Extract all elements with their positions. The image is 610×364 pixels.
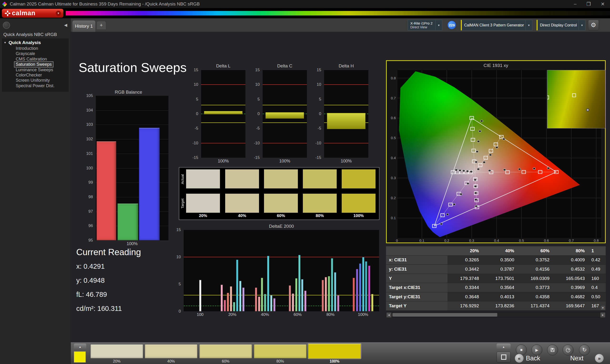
rgb-ytick-label: 103 [86, 122, 93, 127]
pattern-panel-expand-button[interactable]: ▲ [74, 343, 86, 350]
table-scroll-down-button[interactable]: ▼ [600, 305, 605, 310]
stop-pattern-button[interactable] [497, 351, 511, 363]
sidebar-item-spectral-power-dist-[interactable]: Spectral Power Dist. [2, 83, 69, 88]
current-reading-value: fL: 46.789 [76, 291, 122, 299]
pattern-swatch-label: 100% [308, 359, 361, 364]
ytick-label: 0 [196, 112, 198, 116]
xtick-label: 100% [356, 312, 370, 317]
next-button[interactable]: Next [570, 354, 584, 363]
sidebar-item-grayscale[interactable]: Grayscale [2, 51, 69, 56]
pattern-swatch-label: 60% [199, 359, 252, 364]
pattern-generator-dropdown[interactable]: CalMAN Client 3 Pattern Generator ▼ [461, 20, 532, 30]
table-cell: 0.3344 [447, 285, 483, 290]
deltae-bar [242, 287, 245, 311]
swatch-col-label: 20% [186, 213, 220, 218]
next-chevron-icon[interactable]: » [595, 354, 604, 363]
deltae-bar [295, 278, 297, 311]
deltae-bar [328, 276, 330, 311]
save-button[interactable] [547, 344, 558, 355]
back-chevron-icon[interactable]: « [515, 354, 524, 363]
sidebar-collapse-icon[interactable]: ◀ [64, 23, 67, 28]
sidebar-home-button[interactable] [3, 22, 10, 29]
sidebar-item-screen-uniformity[interactable]: Screen Uniformity [2, 78, 69, 83]
xtick-label: 20% [225, 312, 239, 317]
xtick-label: 40% [258, 312, 272, 317]
sidebar-item-saturation-sweeps[interactable]: Saturation Sweeps [14, 62, 53, 67]
ytick-label: 5 [196, 97, 198, 102]
cie-measured-point [547, 167, 550, 169]
cie-measured-point [460, 193, 462, 195]
sidebar-item-luminance-sweeps[interactable]: Luminance Sweeps [2, 67, 69, 72]
sidebar-item-cms-calibration[interactable]: CMS Calibration [2, 56, 69, 62]
tab-history-1[interactable]: History 1 [72, 21, 95, 32]
ytick-label: -5 [195, 126, 198, 131]
cie-measured-point [466, 170, 469, 172]
cie-measured-point [533, 168, 535, 169]
pattern-swatch-20%[interactable] [90, 344, 143, 359]
window-title: Calman 2025 Calman Ultimate for Business… [10, 1, 200, 7]
cie-xtick-label: 0.1 [417, 238, 427, 243]
settings-button[interactable]: ⚙ [588, 20, 599, 30]
delta-h-x-label: 100% [324, 159, 368, 164]
row-label-target: Target [180, 194, 185, 213]
scrollbar-thumb[interactable] [392, 313, 497, 317]
rgb-balance-title: RGB Balance [88, 90, 169, 95]
logo-menu-caret-icon[interactable]: ▼ [56, 11, 61, 16]
transport-expand-button[interactable]: ▲ [497, 343, 511, 350]
deltae-bar [289, 286, 291, 311]
maximize-button[interactable]: ❐ [586, 1, 591, 7]
current-pattern-swatch[interactable] [74, 351, 86, 363]
deltae-bar [337, 295, 339, 311]
table-horizontal-scrollbar[interactable]: ◄ ► [386, 312, 606, 317]
table-cell: 0.50 [589, 294, 606, 299]
table-row: Target y:CIE310.36480.40130.43580.46820.… [386, 292, 606, 302]
measurement-count-badge[interactable]: 229 [447, 21, 456, 29]
pattern-swatch-80%[interactable] [254, 344, 307, 359]
deltae-bar [224, 300, 226, 311]
table-cell: 0.3265 [447, 257, 483, 262]
deltae-bar [325, 277, 327, 311]
minimize-button[interactable]: – [574, 1, 576, 7]
scroll-right-button[interactable]: ► [600, 312, 606, 318]
sidebar-item-introduction[interactable]: Introduction [2, 46, 69, 51]
cie-ytick-label: 0.3 [391, 176, 396, 180]
pattern-swatch-60%[interactable] [199, 344, 252, 359]
tab-bar: History 1 + X-Rite i1Pro 2 Direct View ▼… [0, 18, 610, 32]
sidebar-item-colorchecker[interactable]: ColorChecker [2, 72, 69, 78]
swatch-actual-80% [303, 169, 337, 188]
display-control-dropdown[interactable]: Direct Display Control ▼ [537, 20, 585, 30]
cie-xtick-label: 0.3 [467, 238, 477, 243]
table-cell: 0.49 [589, 267, 606, 272]
limit-line-red [324, 143, 368, 143]
row-label-actual: Actual [180, 170, 185, 188]
table-row: Target Y176.9292173.8236171.4374169.5647… [386, 301, 606, 311]
calman-logo-button[interactable]: calman ▼ [2, 9, 63, 18]
current-reading-heading: Current Reading [76, 247, 141, 257]
tree-root-quick-analysis[interactable]: ▾ Quick Analysis [2, 39, 69, 46]
deltae-bar [356, 269, 358, 311]
ytick-label: 15 [317, 68, 321, 72]
ytick-label: 0 [319, 112, 321, 116]
swatch-actual-40% [225, 169, 259, 188]
add-tab-button[interactable]: + [97, 21, 106, 29]
scroll-left-button[interactable]: ◄ [386, 312, 391, 318]
column-header: 80% [553, 248, 589, 253]
limit-line-yellow [201, 122, 246, 123]
deltae-bar [304, 291, 306, 311]
close-button[interactable]: ✕ [601, 1, 605, 7]
deltae-bar [227, 293, 229, 311]
workflow-tree: ▾ Quick Analysis IntroductionGrayscaleCM… [2, 38, 69, 92]
cie-1931-panel: CIE 1931 xy 0.10.20.30.40.50.60.70.8 [386, 60, 606, 243]
frame-icon [501, 354, 506, 360]
meter-dropdown[interactable]: X-Rite i1Pro 2 Direct View ▼ [408, 20, 442, 30]
deltae-bar [292, 294, 294, 311]
current-reading-values: x: 0.4291y: 0.4948fL: 46.789cd/m²: 160.3… [76, 262, 122, 319]
delta-l-x-label: 100% [201, 159, 246, 164]
pattern-swatch-40%[interactable] [145, 344, 197, 359]
cie-measured-point [488, 169, 491, 172]
back-button[interactable]: Back [526, 354, 540, 363]
limit-line-red [263, 84, 307, 85]
current-reading-value: x: 0.4291 [76, 262, 122, 270]
ytick-label: 10 [317, 82, 321, 87]
pattern-swatch-100%[interactable] [308, 343, 361, 359]
